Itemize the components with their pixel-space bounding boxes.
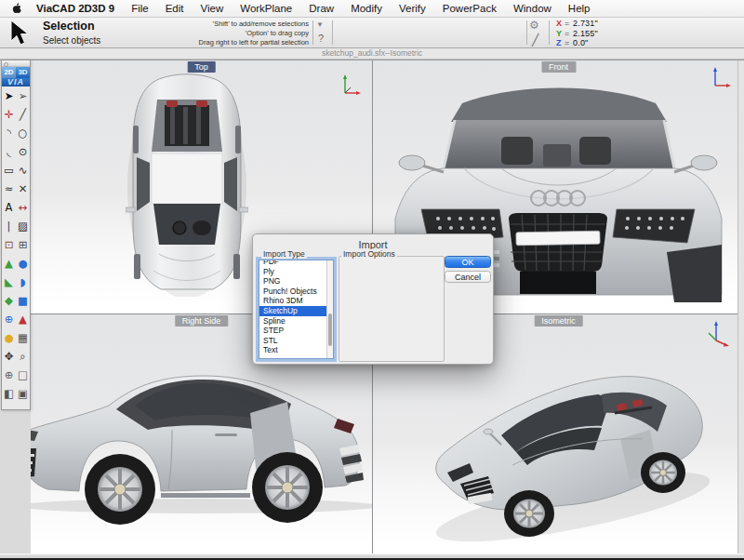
tool-text[interactable]: A	[2, 198, 16, 217]
import-type-group-label: Import Type	[261, 249, 307, 259]
tool-cube-wireframe[interactable]: □	[16, 366, 30, 384]
coordinate-row: Y=2.155"	[556, 29, 598, 39]
viewport-label-front[interactable]: Front	[541, 61, 576, 73]
tool-copy[interactable]: ⊞	[16, 235, 30, 254]
document-title: sketchup_audi.sfx--Isometric	[0, 48, 744, 60]
coordinate-row: Z=0.0"	[556, 38, 598, 48]
tool-annotate-view[interactable]: ▣	[16, 384, 30, 403]
tool-shaded-view[interactable]: ◧	[2, 384, 16, 403]
tool-sphere-wireframe[interactable]: ⊕	[2, 366, 16, 384]
tool-select[interactable]: ➤	[2, 87, 16, 105]
import-type-option[interactable]: Spline	[259, 316, 333, 327]
tool-options-bar: Selection Select objects ’Shift’ to add/…	[0, 18, 744, 48]
import-type-list[interactable]: PDFPlyPNGPunch! ObjectsRhino 3DMSketchUp…	[259, 260, 334, 359]
tool-centerline[interactable]: ∣	[2, 217, 16, 235]
status-bar	[0, 553, 744, 560]
palette-tool-grid: ➤➢✛╱◝○◟⊙▭∿≈✕A↔∣▨⊡⊞▲●◣◗◆■⊕▲●▦✥⌕⊕□◧▣	[2, 87, 30, 403]
import-type-option[interactable]: STL	[259, 336, 333, 346]
dialog-title: Import	[253, 234, 493, 250]
chevron-down-icon[interactable]: ▼	[316, 20, 324, 29]
palette-tab[interactable]: 2D	[2, 67, 16, 78]
tool-material[interactable]: ●	[2, 328, 16, 347]
scrollbar-thumb[interactable]	[328, 313, 332, 347]
menu-items: ViaCAD 2D3D 9FileEditViewWorkPlaneDrawMo…	[28, 0, 599, 17]
tool-arc[interactable]: ◝	[2, 124, 16, 142]
tool-pyramid[interactable]: ▲	[16, 310, 30, 328]
tool-revolve[interactable]: ◗	[16, 273, 30, 291]
tool-spline[interactable]: ∿	[16, 161, 30, 180]
axis-triad-icon	[340, 73, 363, 98]
tool-solid[interactable]: ◆	[2, 291, 16, 310]
menu-item[interactable]: Help	[560, 0, 599, 17]
tool-cone[interactable]: ▲	[2, 254, 16, 273]
iso-front-wheel	[504, 490, 554, 537]
tool-point[interactable]: ✛	[2, 105, 16, 124]
menu-item[interactable]: WorkPlane	[232, 0, 300, 17]
selection-cursor-icon[interactable]	[8, 20, 31, 50]
tool-hint-line: ’Shift’ to add/remove selections	[130, 20, 309, 29]
toolbar-separator	[312, 20, 313, 45]
menu-item[interactable]: Verify	[391, 0, 434, 17]
front-wheel	[85, 454, 155, 525]
menu-item[interactable]: File	[123, 0, 157, 17]
tool-hints: ’Shift’ to add/remove selections’Option’…	[130, 20, 309, 47]
import-type-option[interactable]: STEP	[259, 326, 333, 336]
viewport-label-isometric[interactable]: Isometric	[534, 315, 583, 327]
menu-item[interactable]: ViaCAD 2D3D 9	[28, 0, 123, 17]
construction-line-icon[interactable]: ╱	[532, 33, 538, 47]
import-type-option[interactable]: PDF	[259, 260, 333, 267]
import-type-option[interactable]: SketchUp	[259, 306, 333, 316]
tool-curve[interactable]: ◟	[2, 142, 16, 161]
viewport-label-top[interactable]: Top	[187, 61, 216, 73]
axis-triad-icon	[711, 66, 733, 90]
tool-trim[interactable]: ✕	[16, 180, 30, 198]
viewport-label-right-side[interactable]: Right Side	[175, 315, 229, 327]
menu-item[interactable]: View	[193, 0, 232, 17]
import-options-group-label: Import Options	[341, 249, 397, 259]
tool-circle[interactable]: ○	[16, 124, 30, 142]
cancel-button[interactable]: Cancel	[445, 271, 491, 283]
apple-menu-icon[interactable]	[11, 3, 21, 15]
coordinate-value: 0.0"	[573, 38, 589, 47]
tool-ellipse[interactable]: ⊙	[16, 142, 30, 161]
palette-tab[interactable]: 3D	[16, 67, 30, 78]
import-type-option[interactable]: Text	[259, 345, 333, 355]
ok-button[interactable]: OK	[445, 256, 491, 268]
car-top-view	[126, 72, 248, 297]
menu-item[interactable]: PowerPack	[434, 0, 505, 17]
menu-item[interactable]: Window	[505, 0, 560, 17]
tool-zoom[interactable]: ⌕	[16, 347, 30, 366]
import-type-option[interactable]: PNG	[259, 276, 333, 287]
equals-sign: =	[565, 29, 573, 39]
tool-hatch[interactable]: ▨	[16, 217, 30, 235]
tool-grid[interactable]: ▦	[16, 328, 30, 347]
snap-settings-icon[interactable]: ⚙	[529, 19, 539, 32]
import-type-scroll-area: PDFPlyPNGPunch! ObjectsRhino 3DMSketchUp…	[259, 260, 333, 355]
tool-cube[interactable]: ■	[16, 291, 30, 310]
menu-item[interactable]: Draw	[300, 0, 342, 17]
tool-boolean-add[interactable]: ⊕	[2, 310, 16, 328]
tool-rectangle[interactable]: ▭	[2, 161, 16, 180]
import-type-option[interactable]: Ply	[259, 267, 333, 277]
palette-drag-handle[interactable]	[2, 60, 30, 67]
import-type-option[interactable]: Punch! Objects	[259, 287, 333, 297]
menu-item[interactable]: Modify	[342, 0, 391, 17]
axis-triad-icon	[707, 320, 731, 348]
tool-sphere[interactable]: ●	[16, 254, 30, 273]
import-type-option[interactable]: Rhino 3DM	[259, 296, 333, 306]
tool-move[interactable]: ⊡	[2, 235, 16, 254]
tool-offset-curve[interactable]: ≈	[2, 180, 16, 198]
tool-pan[interactable]: ✥	[2, 347, 16, 366]
axis-label: Z	[556, 38, 565, 48]
palette-close-icon[interactable]	[4, 62, 8, 67]
menu-item[interactable]: Edit	[157, 0, 193, 17]
tool-surface[interactable]: ◣	[2, 273, 16, 291]
tool-palette[interactable]: 2D3D VIA ➤➢✛╱◝○◟⊙▭∿≈✕A↔∣▨⊡⊞▲●◣◗◆■⊕▲●▦✥⌕⊕…	[1, 60, 31, 410]
tool-dimension[interactable]: ↔	[16, 198, 30, 217]
tool-hint-line: ’Option’ to drag copy	[130, 29, 309, 38]
list-scrollbar[interactable]	[326, 260, 333, 358]
iso-rear-wheel	[641, 452, 685, 493]
tool-line[interactable]: ╱	[16, 105, 30, 124]
tool-select-open[interactable]: ➢	[16, 87, 30, 105]
help-icon[interactable]: ?	[318, 33, 324, 44]
